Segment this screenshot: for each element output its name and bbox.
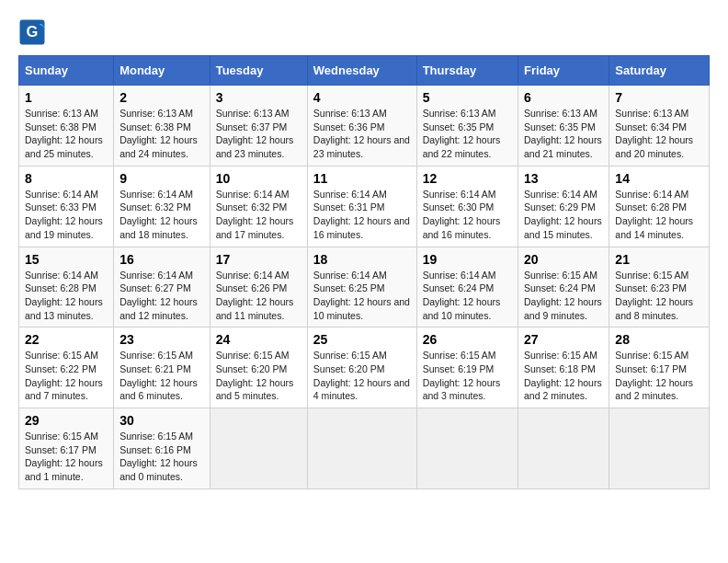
calendar-cell: 7 Sunrise: 6:13 AMSunset: 6:34 PMDayligh… bbox=[609, 86, 710, 167]
day-info: Sunrise: 6:14 AMSunset: 6:28 PMDaylight:… bbox=[615, 189, 693, 240]
calendar-cell: 24 Sunrise: 6:15 AMSunset: 6:20 PMDaylig… bbox=[210, 327, 307, 408]
calendar-cell: 9 Sunrise: 6:14 AMSunset: 6:32 PMDayligh… bbox=[114, 166, 210, 247]
day-info: Sunrise: 6:15 AMSunset: 6:17 PMDaylight:… bbox=[25, 431, 103, 482]
day-number: 5 bbox=[423, 90, 512, 105]
calendar-cell: 3 Sunrise: 6:13 AMSunset: 6:37 PMDayligh… bbox=[210, 86, 307, 167]
day-header-saturday: Saturday bbox=[609, 56, 710, 86]
day-number: 28 bbox=[615, 332, 703, 347]
day-info: Sunrise: 6:14 AMSunset: 6:28 PMDaylight:… bbox=[25, 270, 103, 321]
day-number: 24 bbox=[216, 332, 301, 347]
day-info: Sunrise: 6:13 AMSunset: 6:37 PMDaylight:… bbox=[216, 108, 294, 159]
calendar-cell: 2 Sunrise: 6:13 AMSunset: 6:38 PMDayligh… bbox=[114, 86, 210, 167]
day-number: 11 bbox=[313, 171, 411, 186]
day-number: 18 bbox=[313, 252, 411, 267]
calendar-cell: 4 Sunrise: 6:13 AMSunset: 6:36 PMDayligh… bbox=[307, 86, 416, 167]
day-info: Sunrise: 6:15 AMSunset: 6:17 PMDaylight:… bbox=[615, 350, 693, 401]
day-number: 26 bbox=[423, 332, 512, 347]
calendar-cell: 29 Sunrise: 6:15 AMSunset: 6:17 PMDaylig… bbox=[19, 408, 114, 489]
calendar-header-row: SundayMondayTuesdayWednesdayThursdayFrid… bbox=[19, 56, 710, 86]
day-number: 22 bbox=[25, 332, 108, 347]
calendar-cell bbox=[609, 408, 710, 489]
day-number: 25 bbox=[313, 332, 411, 347]
calendar-cell: 10 Sunrise: 6:14 AMSunset: 6:32 PMDaylig… bbox=[210, 166, 307, 247]
day-header-wednesday: Wednesday bbox=[307, 56, 416, 86]
day-header-thursday: Thursday bbox=[416, 56, 518, 86]
day-number: 21 bbox=[615, 252, 703, 267]
calendar-cell bbox=[307, 408, 416, 489]
calendar-cell: 30 Sunrise: 6:15 AMSunset: 6:16 PMDaylig… bbox=[114, 408, 210, 489]
svg-text:G: G bbox=[27, 23, 39, 40]
day-number: 13 bbox=[524, 171, 603, 186]
day-number: 10 bbox=[216, 171, 301, 186]
day-number: 16 bbox=[119, 252, 204, 267]
day-info: Sunrise: 6:15 AMSunset: 6:20 PMDaylight:… bbox=[313, 350, 410, 401]
day-number: 19 bbox=[423, 252, 512, 267]
day-number: 15 bbox=[25, 252, 108, 267]
calendar-cell: 28 Sunrise: 6:15 AMSunset: 6:17 PMDaylig… bbox=[609, 327, 710, 408]
day-number: 7 bbox=[615, 90, 703, 105]
day-info: Sunrise: 6:15 AMSunset: 6:23 PMDaylight:… bbox=[615, 270, 693, 321]
day-info: Sunrise: 6:14 AMSunset: 6:29 PMDaylight:… bbox=[524, 189, 602, 240]
calendar-cell: 12 Sunrise: 6:14 AMSunset: 6:30 PMDaylig… bbox=[416, 166, 518, 247]
calendar-cell: 26 Sunrise: 6:15 AMSunset: 6:19 PMDaylig… bbox=[416, 327, 518, 408]
day-info: Sunrise: 6:15 AMSunset: 6:20 PMDaylight:… bbox=[216, 350, 294, 401]
day-number: 9 bbox=[119, 171, 204, 186]
calendar-cell: 23 Sunrise: 6:15 AMSunset: 6:21 PMDaylig… bbox=[114, 327, 210, 408]
calendar-cell: 27 Sunrise: 6:15 AMSunset: 6:18 PMDaylig… bbox=[518, 327, 609, 408]
day-info: Sunrise: 6:13 AMSunset: 6:38 PMDaylight:… bbox=[25, 108, 103, 159]
week-row-1: 1 Sunrise: 6:13 AMSunset: 6:38 PMDayligh… bbox=[19, 86, 710, 167]
calendar-cell: 19 Sunrise: 6:14 AMSunset: 6:24 PMDaylig… bbox=[416, 247, 518, 327]
day-header-monday: Monday bbox=[114, 56, 210, 86]
day-info: Sunrise: 6:14 AMSunset: 6:32 PMDaylight:… bbox=[216, 189, 294, 240]
calendar-cell bbox=[210, 408, 307, 489]
day-number: 29 bbox=[25, 413, 108, 428]
calendar-cell bbox=[518, 408, 609, 489]
day-number: 1 bbox=[25, 90, 108, 105]
day-header-sunday: Sunday bbox=[19, 56, 114, 86]
day-number: 30 bbox=[119, 413, 204, 428]
day-info: Sunrise: 6:15 AMSunset: 6:16 PMDaylight:… bbox=[119, 431, 198, 482]
day-info: Sunrise: 6:15 AMSunset: 6:19 PMDaylight:… bbox=[423, 350, 501, 401]
calendar-cell: 17 Sunrise: 6:14 AMSunset: 6:26 PMDaylig… bbox=[210, 247, 307, 327]
calendar-body: 1 Sunrise: 6:13 AMSunset: 6:38 PMDayligh… bbox=[19, 86, 710, 489]
day-info: Sunrise: 6:15 AMSunset: 6:18 PMDaylight:… bbox=[524, 350, 602, 401]
calendar-cell: 18 Sunrise: 6:14 AMSunset: 6:25 PMDaylig… bbox=[307, 247, 416, 327]
day-number: 20 bbox=[524, 252, 603, 267]
calendar-cell: 22 Sunrise: 6:15 AMSunset: 6:22 PMDaylig… bbox=[19, 327, 114, 408]
calendar-cell: 13 Sunrise: 6:14 AMSunset: 6:29 PMDaylig… bbox=[518, 166, 609, 247]
logo: G bbox=[18, 18, 50, 46]
day-info: Sunrise: 6:15 AMSunset: 6:21 PMDaylight:… bbox=[119, 350, 198, 401]
day-info: Sunrise: 6:14 AMSunset: 6:30 PMDaylight:… bbox=[423, 189, 501, 240]
calendar-cell: 5 Sunrise: 6:13 AMSunset: 6:35 PMDayligh… bbox=[416, 86, 518, 167]
calendar-table: SundayMondayTuesdayWednesdayThursdayFrid… bbox=[18, 55, 710, 489]
calendar-cell: 15 Sunrise: 6:14 AMSunset: 6:28 PMDaylig… bbox=[19, 247, 114, 327]
calendar-cell: 20 Sunrise: 6:15 AMSunset: 6:24 PMDaylig… bbox=[518, 247, 609, 327]
day-number: 27 bbox=[524, 332, 603, 347]
calendar-cell: 11 Sunrise: 6:14 AMSunset: 6:31 PMDaylig… bbox=[307, 166, 416, 247]
day-info: Sunrise: 6:13 AMSunset: 6:34 PMDaylight:… bbox=[615, 108, 693, 159]
day-info: Sunrise: 6:14 AMSunset: 6:33 PMDaylight:… bbox=[25, 189, 103, 240]
day-number: 2 bbox=[119, 90, 204, 105]
calendar-cell: 6 Sunrise: 6:13 AMSunset: 6:35 PMDayligh… bbox=[518, 86, 609, 167]
day-number: 23 bbox=[119, 332, 204, 347]
day-number: 4 bbox=[313, 90, 411, 105]
day-info: Sunrise: 6:15 AMSunset: 6:22 PMDaylight:… bbox=[25, 350, 103, 401]
logo-icon: G bbox=[18, 18, 46, 46]
day-info: Sunrise: 6:13 AMSunset: 6:35 PMDaylight:… bbox=[524, 108, 602, 159]
week-row-4: 22 Sunrise: 6:15 AMSunset: 6:22 PMDaylig… bbox=[19, 327, 710, 408]
day-info: Sunrise: 6:15 AMSunset: 6:24 PMDaylight:… bbox=[524, 270, 602, 321]
calendar-cell: 1 Sunrise: 6:13 AMSunset: 6:38 PMDayligh… bbox=[19, 86, 114, 167]
week-row-5: 29 Sunrise: 6:15 AMSunset: 6:17 PMDaylig… bbox=[19, 408, 710, 489]
day-number: 17 bbox=[216, 252, 301, 267]
day-info: Sunrise: 6:13 AMSunset: 6:36 PMDaylight:… bbox=[313, 108, 410, 159]
day-info: Sunrise: 6:13 AMSunset: 6:38 PMDaylight:… bbox=[119, 108, 198, 159]
day-number: 3 bbox=[216, 90, 301, 105]
calendar-cell: 21 Sunrise: 6:15 AMSunset: 6:23 PMDaylig… bbox=[609, 247, 710, 327]
day-info: Sunrise: 6:14 AMSunset: 6:24 PMDaylight:… bbox=[423, 270, 501, 321]
day-header-tuesday: Tuesday bbox=[210, 56, 307, 86]
day-info: Sunrise: 6:14 AMSunset: 6:27 PMDaylight:… bbox=[119, 270, 198, 321]
day-number: 12 bbox=[423, 171, 512, 186]
day-info: Sunrise: 6:14 AMSunset: 6:31 PMDaylight:… bbox=[313, 189, 410, 240]
day-number: 14 bbox=[615, 171, 703, 186]
day-number: 6 bbox=[524, 90, 603, 105]
